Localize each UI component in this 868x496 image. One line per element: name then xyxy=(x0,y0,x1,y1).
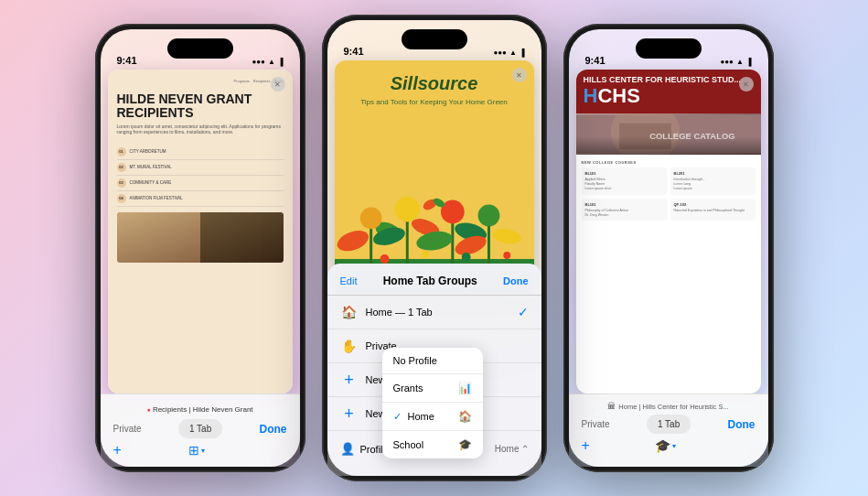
battery-icon-left: ▐ xyxy=(278,58,284,66)
svg-point-20 xyxy=(503,252,510,259)
home-dropdown-icon: 🏠 xyxy=(458,410,472,423)
dropdown-item-home[interactable]: ✓ Home 🏠 xyxy=(382,403,483,431)
home-tab-check: ✓ xyxy=(518,305,529,319)
profile-value[interactable]: Home xyxy=(495,444,520,454)
time-right: 9:41 xyxy=(585,55,605,66)
hilde-title: HILDE NEVEN GRANT RECIPIENTS xyxy=(117,92,284,121)
tabs-button-left[interactable]: 1 Tab xyxy=(178,419,222,438)
hilde-subtitle: Lorem ipsum dolor sit amet, consectetur … xyxy=(117,124,284,135)
list-item: 01 CITY ARBORETUM xyxy=(117,145,284,160)
hills-block-3: BL101 Philosophy of Collective ActionDr.… xyxy=(582,199,667,221)
tab-groups-header: Edit Home Tab Groups Done xyxy=(327,264,541,296)
tabs-button-right[interactable]: 1 Tab xyxy=(647,415,691,434)
close-button-left[interactable]: ✕ xyxy=(271,77,285,92)
school-icon: 🎓 xyxy=(458,438,472,451)
tab-group-item-home[interactable]: 🏠 Home — 1 Tab ✓ xyxy=(327,296,541,329)
hills-image: COLLEGE CATALOG xyxy=(576,113,761,155)
phone-middle: 9:41 ●●● ▲ ▐ Sillsource Tips and Tools f… xyxy=(322,15,547,481)
wifi-icon-middle: ▲ xyxy=(509,49,517,57)
school-tab-icon-right[interactable]: 🎓 xyxy=(655,438,670,453)
hills-org-name: HILLS CENTER FOR HEURISTIC STUD... xyxy=(584,75,742,84)
time-left: 9:41 xyxy=(117,55,137,66)
profile-icon: 👤 xyxy=(340,442,355,456)
bottom-icons-right: + 🎓 ▾ xyxy=(582,434,755,454)
hilde-list: 01 CITY ARBORETUM 02 MT. MURAL FESTIVAL … xyxy=(117,145,284,207)
hilde-image xyxy=(117,212,284,263)
private-tab-icon: ✋ xyxy=(340,337,359,355)
sill-subtitle: Tips and Tools for Keeping Your Home Gre… xyxy=(342,98,526,107)
close-button-right[interactable]: ✕ xyxy=(739,77,754,92)
tab-groups-title: Home Tab Groups xyxy=(383,275,477,287)
bottom-icons-left: + ⊞ ▾ xyxy=(113,438,287,458)
phone-left: 9:41 ●●● ▲ ▐ Programs Recipients Apply H… xyxy=(95,24,305,472)
dynamic-island-left xyxy=(167,38,233,59)
private-label-right: Private xyxy=(582,419,610,429)
phone-middle-screen: 9:41 ●●● ▲ ▐ Sillsource Tips and Tools f… xyxy=(327,20,541,476)
signal-icon-left: ●●● xyxy=(252,58,265,66)
chevron-down-icon-left[interactable]: ▾ xyxy=(201,447,205,455)
status-icons-middle: ●●● ▲ ▐ xyxy=(493,49,524,57)
signal-icon-middle: ●●● xyxy=(493,49,507,57)
tab-switcher-icon-left[interactable]: ⊞ xyxy=(188,443,199,458)
new-empty-icon: + xyxy=(340,371,359,389)
home-check-label: ✓ Home xyxy=(393,411,434,423)
hills-header: HILLS CENTER FOR HEURISTIC STUD... H CHS xyxy=(576,70,761,113)
battery-icon-right: ▐ xyxy=(746,58,752,66)
battery-icon-middle: ▐ xyxy=(520,49,525,57)
done-button-left[interactable]: Done xyxy=(259,423,286,436)
status-icons-right: ●●● ▲ ▐ xyxy=(720,58,751,66)
no-profile-label: No Profile xyxy=(393,355,437,366)
phones-container: 9:41 ●●● ▲ ▐ Programs Recipients Apply H… xyxy=(95,15,774,481)
list-item: 04 ANIMATION FILM FESTIVAL xyxy=(117,191,284,207)
svg-point-19 xyxy=(461,253,470,262)
tab-groups-list: 🏠 Home — 1 Tab ✓ ✋ Private No Profile xyxy=(327,296,541,435)
sill-title: Sillsource xyxy=(381,60,488,98)
hills-block-1: BL101 Applied EthicsFaculty NameLorem ip… xyxy=(582,167,667,195)
phone-right-screen: 9:41 ●●● ▲ ▐ HILLS CENTER FOR HEURISTIC … xyxy=(569,29,768,467)
bottom-bar-right: 🏛 Home | Hills Center for Heuristic S...… xyxy=(569,394,768,467)
svg-point-15 xyxy=(491,227,522,246)
dynamic-island-right xyxy=(636,38,702,59)
dropdown-item-no-profile[interactable]: No Profile xyxy=(382,348,483,374)
new-tab-icon-left[interactable]: + xyxy=(113,442,122,458)
hills-block-4: QP-102 Historical Exposition in and Phil… xyxy=(670,199,755,221)
school-label: School xyxy=(393,439,424,450)
hills-body: NEW COLLEGE COURSES BL101 Applied Ethics… xyxy=(576,155,761,226)
list-item: 02 MT. MURAL FESTIVAL xyxy=(117,160,284,176)
phone-left-screen: 9:41 ●●● ▲ ▐ Programs Recipients Apply H… xyxy=(101,29,300,467)
wifi-icon-right: ▲ xyxy=(736,58,744,66)
time-middle: 9:41 xyxy=(344,46,364,57)
done-button-right[interactable]: Done xyxy=(727,418,755,431)
home-tab-icon: 🏠 xyxy=(340,303,359,321)
chevron-down-icon-right[interactable]: ▾ xyxy=(672,442,676,450)
page-caption-left: ● Recipients | Hilde Neven Grant xyxy=(113,402,287,419)
profile-dropdown: No Profile Grants 📊 ✓ Home 🏠 xyxy=(382,348,483,458)
browser-content-left: Programs Recipients Apply HILDE NEVEN GR… xyxy=(108,70,293,394)
tab-groups-done-button[interactable]: Done xyxy=(503,275,529,286)
bottom-bar-left: ● Recipients | Hilde Neven Grant Private… xyxy=(101,394,300,467)
page-caption-right: 🏛 Home | Hills Center for Heuristic S... xyxy=(582,402,755,415)
hilde-header: HILDE NEVEN GRANT RECIPIENTS Lorem ipsum… xyxy=(117,87,284,141)
close-button-middle[interactable]: ✕ xyxy=(512,68,527,82)
svg-point-8 xyxy=(394,197,420,222)
home-tab-label: Home — 1 Tab xyxy=(366,307,518,318)
hills-logo-big: H xyxy=(584,84,598,108)
hills-grid: BL101 Applied EthicsFaculty NameLorem ip… xyxy=(582,167,755,221)
bottom-actions-right: Private 1 Tab Done xyxy=(582,415,755,434)
hills-card: HILLS CENTER FOR HEURISTIC STUD... H CHS… xyxy=(576,70,761,394)
dropdown-item-grants[interactable]: Grants 📊 xyxy=(382,374,483,403)
dynamic-island-middle xyxy=(402,29,467,49)
grants-label: Grants xyxy=(393,383,423,394)
dropdown-item-school[interactable]: School 🎓 xyxy=(382,431,483,458)
svg-point-17 xyxy=(380,254,389,264)
new-tab-icon-right[interactable]: + xyxy=(582,437,590,454)
signal-icon-right: ●●● xyxy=(720,58,734,66)
tab-groups-panel: Edit Home Tab Groups Done 🏠 Home — 1 Tab… xyxy=(327,264,541,476)
tab-group-item-private[interactable]: ✋ Private No Profile Grants 📊 xyxy=(327,329,541,363)
svg-point-18 xyxy=(422,252,429,259)
wifi-icon-left: ▲ xyxy=(268,58,275,66)
edit-button[interactable]: Edit xyxy=(340,275,358,286)
hilde-card: Programs Recipients Apply HILDE NEVEN GR… xyxy=(108,70,293,394)
hills-favicon: 🏛 xyxy=(607,402,616,411)
phone-right: 9:41 ●●● ▲ ▐ HILLS CENTER FOR HEURISTIC … xyxy=(563,24,774,472)
